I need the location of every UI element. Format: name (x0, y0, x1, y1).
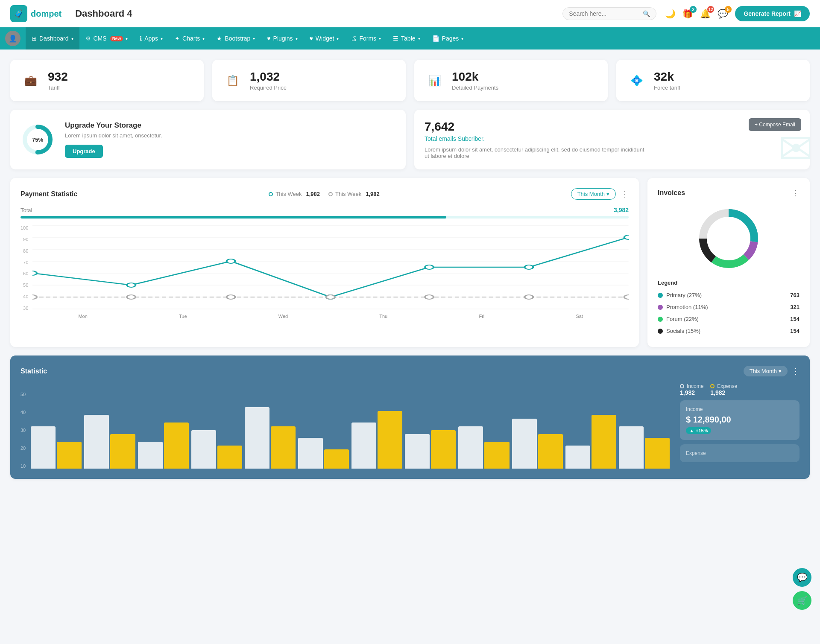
required-price-label: Required Price (250, 85, 287, 91)
chevron-down-icon-8: ▾ (379, 36, 381, 41)
bootstrap-icon: ★ (217, 35, 222, 42)
email-subtitle: Total emails Subcriber. (425, 135, 800, 142)
bar-white (84, 415, 109, 469)
nav-item-cms[interactable]: ⚙ CMS New ▾ (79, 27, 134, 50)
bar-group (512, 419, 563, 469)
primary-value: 763 (790, 292, 800, 298)
arrow-up-icon: ▲ (689, 428, 694, 433)
bar-group (138, 423, 189, 469)
svg-point-10 (32, 271, 37, 275)
nav-item-dashboard[interactable]: ⊞ Dashboard ▾ (26, 27, 79, 50)
tariff-label: Tariff (48, 85, 68, 91)
nav-item-pages[interactable]: 📄 Pages ▾ (426, 27, 470, 50)
chevron-down-icon-2: ▾ (126, 36, 128, 41)
email-count: 7,642 (425, 120, 800, 134)
gift-icon-btn[interactable]: 🎁2 (682, 9, 693, 19)
bar-white (138, 442, 163, 469)
legend-heading: Legend (658, 280, 800, 286)
detailed-payments-label: Detailed Payments (452, 85, 498, 91)
svg-point-18 (127, 295, 136, 299)
storage-percent: 75% (32, 137, 43, 143)
search-input[interactable] (569, 10, 639, 17)
header: 🧳 dompet Dashboard 4 🔍 🌙 🎁2 🔔12 💬5 Gener… (0, 0, 820, 27)
bar-y-labels: 50 40 30 20 10 (20, 392, 28, 469)
nav-item-forms[interactable]: 🖨 Forms ▾ (345, 27, 387, 50)
svg-point-15 (525, 265, 533, 269)
force-tariff-label: Force tariff (654, 85, 680, 91)
expense-value: 1,982 (710, 389, 737, 396)
nav-item-bootstrap[interactable]: ★ Bootstrap ▾ (211, 27, 261, 50)
bar-yellow (324, 449, 349, 469)
invoices-more-button[interactable]: ⋮ (792, 188, 800, 198)
detailed-payments-value: 102k (452, 70, 498, 84)
payment-meta: This Week 1,982 This Week 1,982 (269, 191, 379, 197)
bell-icon-btn[interactable]: 🔔12 (700, 9, 711, 19)
nav-avatar: 👤 (5, 31, 20, 46)
bar-yellow (484, 442, 509, 469)
moon-icon[interactable]: 🌙 (665, 9, 676, 19)
main-content: 💼 932 Tariff 📋 1,032 Required Price 📊 10… (0, 50, 820, 489)
required-price-value: 1,032 (250, 70, 287, 84)
legend-week1-value: 1,982 (306, 191, 320, 197)
nav-item-table[interactable]: ☰ Table ▾ (387, 27, 426, 50)
legend-week1-label: This Week (275, 191, 302, 197)
nav-item-widget[interactable]: ♥ Widget ▾ (304, 27, 345, 50)
bar-white (565, 446, 590, 469)
stat-cards-grid: 💼 932 Tariff 📋 1,032 Required Price 📊 10… (10, 60, 810, 101)
page-title: Dashboard 4 (75, 8, 132, 19)
statistic-title: Statistic (20, 367, 47, 375)
income-label: Income (687, 383, 703, 389)
chevron-down-icon-4: ▾ (202, 36, 205, 41)
nav-item-charts[interactable]: ✦ Charts ▾ (169, 27, 211, 50)
bars-container (31, 392, 670, 469)
legend-item-2: This Week 1,982 (328, 191, 380, 197)
nav-item-apps[interactable]: ℹ Apps ▾ (134, 27, 169, 50)
svg-point-17 (32, 295, 37, 299)
statistic-month-filter-button[interactable]: This Month ▾ (744, 366, 788, 376)
email-card: + Compose Email 7,642 Total emails Subcr… (414, 110, 810, 169)
bar-white (298, 438, 323, 469)
stat-card-force-info: 32k Force tariff (654, 70, 680, 91)
table-icon: ☰ (393, 35, 398, 42)
bar-yellow (164, 423, 189, 469)
nav-item-plugins[interactable]: ♥ Plugins ▾ (261, 27, 303, 50)
legend-item-socials: Socials (15%) 154 (658, 325, 800, 337)
invoices-header: Invoices ⋮ (658, 188, 800, 198)
income-badge-value: +15% (696, 428, 708, 433)
forum-label: Forum (22%) (666, 316, 699, 322)
bar-white (512, 419, 537, 469)
line-chart-wrap: Mon Tue Wed Thu Fri Sat (32, 225, 629, 319)
promotion-value: 321 (790, 304, 800, 310)
chevron-down-icon-7: ▾ (337, 36, 339, 41)
bar-yellow (645, 438, 670, 469)
chevron-down-icon-stat: ▾ (779, 368, 782, 374)
svg-point-11 (127, 283, 136, 287)
bar-white (405, 434, 430, 469)
bar-yellow (538, 434, 563, 469)
invoices-donut-svg (694, 204, 763, 273)
primary-label: Primary (27%) (666, 292, 702, 298)
stat-card-tariff-info: 932 Tariff (48, 70, 68, 91)
cms-icon: ⚙ (85, 35, 91, 42)
force-tariff-value: 32k (654, 70, 680, 84)
more-options-button[interactable]: ⋮ (621, 189, 629, 199)
tariff-icon: 💼 (20, 70, 41, 91)
chat-icon-btn[interactable]: 💬5 (718, 9, 728, 19)
widget-icon: ♥ (310, 35, 313, 42)
legend-week2-value: 1,982 (366, 191, 380, 197)
chevron-down-icon-5: ▾ (253, 36, 255, 41)
generate-report-button[interactable]: Generate Report 📈 (735, 6, 810, 21)
storage-card: 75% Upgrade Your Storage Lorem ipsum dol… (10, 110, 406, 169)
this-month-filter-button[interactable]: This Month ▾ (571, 188, 616, 200)
payment-title: Payment Statistic (20, 190, 77, 198)
bar-yellow (217, 446, 242, 469)
statistic-header: Statistic This Month ▾ ⋮ (20, 366, 800, 376)
cms-badge: New (110, 36, 123, 41)
email-desc: Lorem ipsum dolor sit amet, consectetur … (425, 146, 650, 159)
income-expense-row: Income 1,982 Expense 1,982 (680, 383, 800, 396)
upgrade-button[interactable]: Upgrade (65, 145, 103, 158)
statistic-more-button[interactable]: ⋮ (792, 367, 800, 376)
statistic-card: Statistic This Month ▾ ⋮ 50 40 30 20 (10, 356, 810, 479)
stat-card-required-price: 📋 1,032 Required Price (212, 60, 406, 101)
nav-label-apps: Apps (144, 35, 158, 42)
